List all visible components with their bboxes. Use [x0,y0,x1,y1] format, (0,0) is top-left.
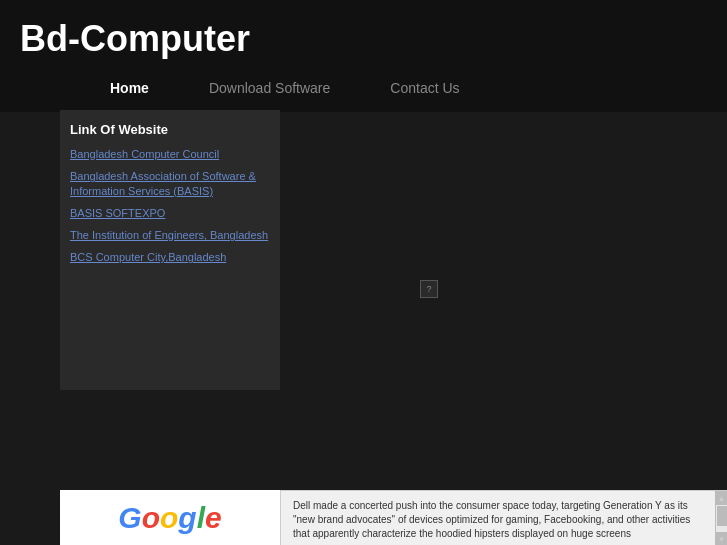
broken-image: ? [420,280,438,298]
sidebar: Link Of Website Bangladesh Computer Coun… [60,110,280,390]
google-e: e [205,501,222,534]
google-o1: o [142,501,160,534]
sidebar-link-bcc[interactable]: Bangladesh Computer Council [70,147,270,161]
nav-item-home[interactable]: Home [80,74,179,102]
google-l: l [197,501,205,534]
header: Bd-Computer Home Download Software Conta… [0,0,727,112]
news-text: Dell made a concerted push into the cons… [287,495,709,545]
bottom-row: Google Dell made a concerted push into t… [60,490,727,545]
scroll-down-button[interactable]: ▼ [716,532,728,545]
nav-item-download[interactable]: Download Software [179,74,360,102]
scroll-thumb[interactable] [717,506,727,526]
news-box: Dell made a concerted push into the cons… [280,490,727,545]
scroll-track [716,505,728,532]
sidebar-link-softexpo[interactable]: BASIS SOFTEXPO [70,206,270,220]
sidebar-title: Link Of Website [70,122,270,137]
sidebar-link-bcs[interactable]: BCS Computer City,Bangladesh [70,250,270,264]
sidebar-link-basis[interactable]: Bangladesh Association of Software & Inf… [70,169,270,198]
nav-item-contact[interactable]: Contact Us [360,74,489,102]
sidebar-link-ieb[interactable]: The Institution of Engineers, Bangladesh [70,228,270,242]
google-o2: o [160,501,178,534]
google-g2: g [178,501,196,534]
google-logo: Google [118,501,221,535]
news-scrollbar: ▲ ▼ [715,491,727,545]
nav: Home Download Software Contact Us [20,64,707,112]
google-g: G [118,501,141,534]
site-title: Bd-Computer [20,10,707,64]
google-logo-area: Google [60,490,280,545]
scroll-up-button[interactable]: ▲ [716,491,728,505]
